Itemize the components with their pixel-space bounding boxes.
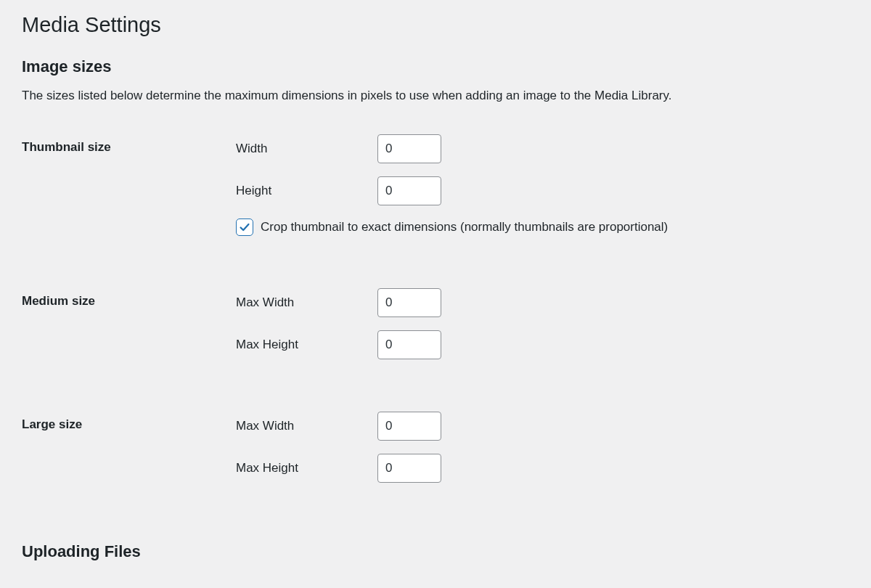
uploading-files-heading: Uploading Files xyxy=(22,542,849,561)
thumbnail-height-line: Height xyxy=(236,176,849,205)
thumbnail-size-row: Thumbnail size Width Height Crop thumbna… xyxy=(22,134,849,249)
thumbnail-height-label: Height xyxy=(236,184,377,198)
medium-maxwidth-line: Max Width xyxy=(236,288,849,317)
large-maxheight-line: Max Height xyxy=(236,454,849,483)
large-size-label: Large size xyxy=(22,412,236,432)
thumbnail-crop-line: Crop thumbnail to exact dimensions (norm… xyxy=(236,219,849,236)
thumbnail-crop-label: Crop thumbnail to exact dimensions (norm… xyxy=(261,220,668,234)
check-icon xyxy=(238,221,251,234)
medium-size-label: Medium size xyxy=(22,288,236,309)
large-maxwidth-line: Max Width xyxy=(236,412,849,441)
thumbnail-width-line: Width xyxy=(236,134,849,163)
thumbnail-width-label: Width xyxy=(236,142,377,156)
gap xyxy=(22,261,849,288)
medium-maxheight-label: Max Height xyxy=(236,338,377,352)
large-maxheight-input[interactable] xyxy=(377,454,441,483)
thumbnail-size-label: Thumbnail size xyxy=(22,134,236,155)
large-maxwidth-label: Max Width xyxy=(236,419,377,433)
large-maxheight-label: Max Height xyxy=(236,461,377,475)
gap xyxy=(22,507,849,542)
thumbnail-crop-checkbox[interactable] xyxy=(236,219,253,236)
thumbnail-size-fields: Width Height Crop thumbnail to exact dim… xyxy=(236,134,849,249)
medium-maxheight-input[interactable] xyxy=(377,330,441,359)
medium-size-row: Medium size Max Width Max Height xyxy=(22,288,849,372)
image-sizes-description: The sizes listed below determine the max… xyxy=(22,86,849,105)
large-maxwidth-input[interactable] xyxy=(377,412,441,441)
medium-maxheight-line: Max Height xyxy=(236,330,849,359)
medium-size-fields: Max Width Max Height xyxy=(236,288,849,372)
medium-maxwidth-input[interactable] xyxy=(377,288,441,317)
medium-maxwidth-label: Max Width xyxy=(236,295,377,310)
image-sizes-heading: Image sizes xyxy=(22,57,849,76)
gap xyxy=(22,384,849,412)
large-size-row: Large size Max Width Max Height xyxy=(22,412,849,496)
gap xyxy=(22,571,849,589)
thumbnail-height-input[interactable] xyxy=(377,176,441,205)
page-title: Media Settings xyxy=(22,13,849,37)
thumbnail-width-input[interactable] xyxy=(377,134,441,163)
large-size-fields: Max Width Max Height xyxy=(236,412,849,496)
